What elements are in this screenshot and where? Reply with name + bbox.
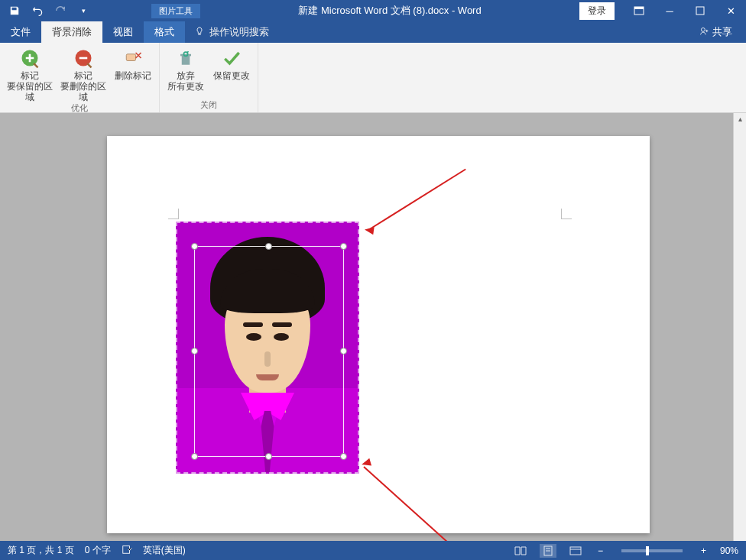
tell-me-search[interactable]: 操作说明搜索: [185, 21, 278, 43]
minimize-icon[interactable]: ─: [654, 0, 685, 21]
resize-handle[interactable]: [340, 453, 347, 460]
svg-point-3: [701, 28, 705, 31]
delete-mark-icon: [122, 47, 144, 69]
zoom-slider[interactable]: [621, 549, 683, 552]
svg-rect-1: [634, 7, 644, 9]
foreground-selection-box[interactable]: [194, 246, 344, 457]
qat-dropdown-icon[interactable]: ▾: [76, 4, 90, 18]
zoom-out-button[interactable]: −: [595, 545, 606, 556]
discard-icon: [175, 47, 196, 69]
annotation-arrow: [363, 466, 495, 541]
resize-handle[interactable]: [191, 243, 198, 250]
margin-corner-icon: [561, 209, 572, 219]
mark-remove-button[interactable]: 标记 要删除的区域: [58, 44, 109, 102]
resize-handle[interactable]: [265, 243, 272, 250]
delete-mark-label: 删除标记: [115, 70, 151, 81]
resize-handle[interactable]: [265, 453, 272, 460]
resize-handle[interactable]: [191, 348, 198, 354]
tab-background-removal[interactable]: 背景消除: [41, 21, 102, 43]
title-bar: ▾ 图片工具 新建 Microsoft Word 文档 (8).docx - W…: [0, 0, 746, 21]
lightbulb-icon: [194, 26, 205, 39]
scroll-up-icon[interactable]: ▴: [735, 115, 744, 124]
tab-format[interactable]: 格式: [144, 21, 185, 43]
group-refine: 标记 要保留的区域 标记 要删除的区域 删除标记 优化: [0, 43, 160, 112]
mark-keep-icon: [19, 47, 41, 69]
arrow-head-icon: [360, 225, 374, 235]
keep-label: 保留更改: [213, 70, 250, 81]
tell-me-label: 操作说明搜索: [209, 25, 269, 39]
mark-remove-label: 标记 要删除的区域: [58, 70, 109, 102]
svg-rect-2: [696, 7, 704, 15]
keep-icon: [221, 47, 242, 69]
quick-access-toolbar: ▾: [0, 4, 98, 18]
print-layout-icon[interactable]: [540, 544, 556, 558]
keep-changes-button[interactable]: 保留更改: [210, 44, 253, 81]
language-indicator[interactable]: 英语(美国): [143, 544, 186, 557]
window-controls: 登录 ─ ✕: [579, 0, 746, 21]
share-label: 共享: [712, 25, 732, 39]
page-indicator[interactable]: 第 1 页，共 1 页: [8, 544, 74, 557]
status-bar: 第 1 页，共 1 页 0 个字 英语(美国) − + 90%: [0, 541, 746, 560]
close-icon[interactable]: ✕: [715, 0, 746, 21]
mark-remove-icon: [73, 47, 94, 69]
contextual-tab-label: 图片工具: [151, 4, 200, 18]
group-close-label: 关闭: [164, 99, 253, 112]
resize-handle[interactable]: [191, 453, 198, 460]
share-icon: [699, 26, 709, 38]
tab-view[interactable]: 视图: [102, 21, 144, 43]
group-close: 放弃 所有更改 保留更改 关闭: [160, 43, 258, 112]
resize-handle[interactable]: [340, 348, 347, 354]
document-title: 新建 Microsoft Word 文档 (8).docx - Word: [200, 4, 579, 18]
login-button[interactable]: 登录: [579, 2, 615, 20]
svg-rect-12: [570, 547, 581, 555]
portrait-photo: [176, 222, 359, 474]
read-mode-icon[interactable]: [512, 544, 529, 558]
annotation-arrow: [368, 169, 465, 231]
selected-image[interactable]: [176, 222, 359, 474]
redo-icon[interactable]: [54, 4, 67, 18]
save-icon[interactable]: [8, 4, 21, 18]
mark-keep-label: 标记 要保留的区域: [5, 70, 55, 102]
zoom-level[interactable]: 90%: [720, 545, 738, 556]
web-layout-icon[interactable]: [567, 544, 584, 558]
ribbon-options-icon[interactable]: [624, 0, 654, 21]
resize-handle[interactable]: [340, 243, 347, 250]
word-count[interactable]: 0 个字: [85, 544, 111, 557]
delete-mark-button[interactable]: 删除标记: [112, 44, 154, 81]
svg-rect-6: [126, 54, 135, 61]
tab-file[interactable]: 文件: [0, 21, 41, 43]
zoom-in-button[interactable]: +: [698, 545, 709, 556]
ribbon: 标记 要保留的区域 标记 要删除的区域 删除标记 优化: [0, 43, 746, 113]
ribbon-tabs: 文件 背景消除 视图 格式 操作说明搜索 共享: [0, 21, 746, 43]
page: [107, 136, 650, 533]
mark-keep-button[interactable]: 标记 要保留的区域: [5, 44, 55, 102]
discard-label: 放弃 所有更改: [167, 70, 204, 92]
document-area[interactable]: ▴: [0, 113, 746, 541]
maximize-icon[interactable]: [685, 0, 715, 21]
margin-corner-icon: [168, 209, 179, 219]
discard-changes-button[interactable]: 放弃 所有更改: [164, 44, 207, 92]
share-button[interactable]: 共享: [686, 21, 746, 43]
undo-icon[interactable]: [31, 4, 44, 18]
proofing-icon[interactable]: [122, 544, 132, 557]
